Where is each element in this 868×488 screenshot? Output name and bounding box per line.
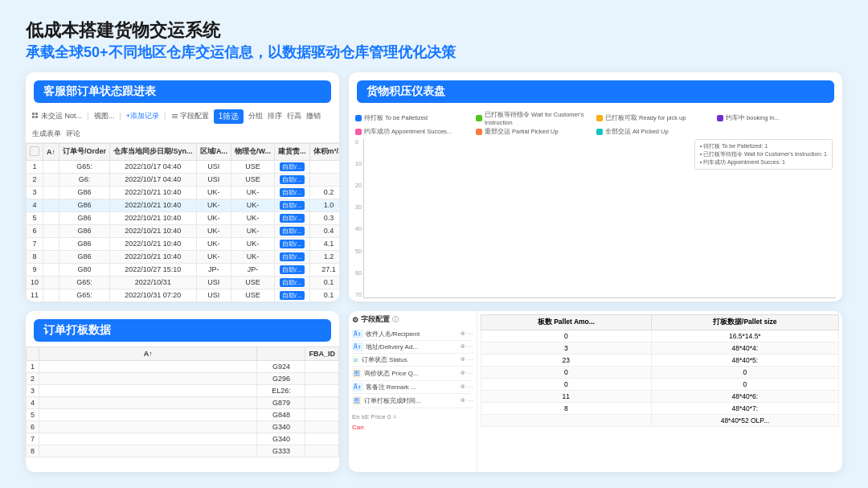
cell-warehouse: UK- <box>231 186 275 199</box>
cell-vol: 0.1 <box>309 289 339 301</box>
ob-no: 2 <box>27 373 39 385</box>
more-icon[interactable]: ··· <box>468 343 473 351</box>
generate-form-btn[interactable]: 生成表单 <box>32 129 61 139</box>
field-type-icon: ☑ <box>352 355 359 364</box>
order-board-row: 1 G924 <box>27 361 339 373</box>
more-icon[interactable]: ··· <box>468 370 473 377</box>
ob-check <box>39 445 257 457</box>
eye-icon[interactable]: 👁 <box>460 356 466 363</box>
field-actions: 👁 ··· <box>460 343 473 351</box>
eye-icon[interactable]: 👁 <box>460 383 466 391</box>
field-type-icon: 图 <box>352 396 362 406</box>
cell-warehouse: USE <box>231 173 275 186</box>
eye-icon[interactable]: 👁 <box>460 397 466 404</box>
undo-btn[interactable]: 撤销 <box>306 111 321 121</box>
ob-fba <box>305 409 339 421</box>
ob-no: 4 <box>27 397 39 409</box>
ob-no: 6 <box>27 421 39 433</box>
more-icon[interactable]: ··· <box>468 356 473 363</box>
eye-icon[interactable]: 👁 <box>460 343 466 351</box>
cell-no: 5 <box>27 211 43 224</box>
cell-no: 7 <box>27 237 43 250</box>
col-tag: 建货责... <box>275 143 310 160</box>
svg-rect-2 <box>32 116 35 118</box>
customer-toolbar: 未交运 Not... | 视图... | +添加记录 | 字段配置 1筛选 分组… <box>26 108 339 143</box>
cell-region: USI <box>196 173 231 186</box>
cell-warehouse: UK- <box>231 250 275 263</box>
field-name: 地址/Delivery Ad... <box>366 342 458 351</box>
sort-btn[interactable]: 排序 <box>268 111 282 121</box>
y-label: 40 <box>355 226 362 232</box>
ob-check <box>39 373 257 385</box>
field-name: 收件人名/Recipient <box>366 330 458 338</box>
cell-no: 8 <box>27 250 43 263</box>
row-height-btn[interactable]: 行高 <box>287 111 301 121</box>
comment-btn[interactable]: 评论 <box>66 129 80 139</box>
cell-warehouse: UK- <box>231 224 275 237</box>
order-board-table: A↑ FBA_ID 1 G924 2 G296 3 EL26: 4 G879 <box>26 347 339 457</box>
group-btn[interactable]: 分组 <box>248 111 263 121</box>
more-icon[interactable]: ··· <box>468 383 473 391</box>
pallet-amount <box>481 415 652 427</box>
cell-tag: 自助/... <box>275 250 310 263</box>
col-region: 区域/A... <box>196 143 231 160</box>
cell-check <box>43 173 59 186</box>
can-label: Can <box>352 424 473 431</box>
svg-rect-1 <box>35 113 38 115</box>
more-icon[interactable]: ··· <box>468 330 473 338</box>
pallet-size: 48*40*52 OLP... <box>651 415 838 427</box>
config-icon <box>171 113 178 120</box>
title-main: 低成本搭建货物交运系统 <box>26 19 842 43</box>
pallet-amount: 0 <box>481 367 652 379</box>
field-config-icon: ⚙ <box>352 316 358 324</box>
cell-region: UK- <box>196 237 231 250</box>
field-item: A↑ 客备注 Remark ... 👁 ··· <box>352 381 473 394</box>
legend-dot <box>476 129 482 135</box>
ob-fba <box>305 397 339 409</box>
customer-table-wrapper[interactable]: A↑ 订单号/Order 仓库当地同步日期/Syn... 区域/A... 物理仓… <box>26 143 339 301</box>
field-name: 客备注 Remark ... <box>366 383 458 392</box>
cell-vol <box>309 160 339 173</box>
cell-warehouse: USE <box>231 276 275 289</box>
order-board-row: 6 G340 <box>27 421 339 433</box>
legend-dot <box>355 115 362 121</box>
panels-container: 客服部订单状态跟进表 未交运 Not... | 视图... | +添加记录 | … <box>26 72 842 472</box>
y-label: 60 <box>355 270 362 276</box>
ob-fba <box>305 421 339 433</box>
table-icon <box>32 113 39 120</box>
cell-no: 10 <box>27 276 43 289</box>
legend-item: 约车成功 Appointment Succes... <box>355 128 474 136</box>
ob-fba <box>305 373 339 385</box>
pallet-amount: 11 <box>481 391 652 403</box>
y-label: 30 <box>355 204 362 210</box>
ob-no: 8 <box>27 445 39 457</box>
field-item: 图 订单打板完成时间... 👁 ··· <box>352 394 473 408</box>
title-section: 低成本搭建货物交运系统 承载全球50+不同地区仓库交运信息，以数据驱动仓库管理优… <box>26 19 842 63</box>
order-board-row: 4 G879 <box>27 397 339 409</box>
field-config-btn[interactable]: 字段配置 <box>171 111 209 121</box>
pallet-amount: 3 <box>481 342 652 355</box>
pallet-row: 8 48*40*7: <box>481 403 839 415</box>
order-board-wrapper[interactable]: A↑ FBA_ID 1 G924 2 G296 3 EL26: 4 G879 <box>26 347 339 472</box>
cell-date: 2022/10/31 <box>110 276 197 289</box>
cell-vol: 1.2 <box>309 250 339 263</box>
cell-tag: 自助/... <box>275 173 310 186</box>
add-record-btn[interactable]: +添加记录 <box>126 111 159 121</box>
cell-region: UK- <box>196 186 231 199</box>
more-icon[interactable]: ··· <box>468 397 473 404</box>
ob-order: G340 <box>257 433 305 445</box>
eye-icon[interactable]: 👁 <box>460 370 466 377</box>
cell-date: 2022/10/27 15:10 <box>110 263 197 276</box>
customer-row: 1 G65: 2022/10/17 04:40 USI USE 自助/... 取… <box>27 160 340 173</box>
toolbar-view[interactable]: 未交运 Not... <box>32 111 82 121</box>
legend-item: 全部交运 All Picked Up <box>596 128 715 136</box>
cell-region: UK- <box>196 211 231 224</box>
pallet-size: 0 <box>651 379 838 391</box>
cell-check <box>43 160 59 173</box>
divider2: | <box>119 112 121 121</box>
eye-icon[interactable]: 👁 <box>460 330 466 338</box>
toolbar-view-btn[interactable]: 视图... <box>94 111 115 121</box>
cell-check <box>43 263 59 276</box>
cell-no: 9 <box>27 263 43 276</box>
filter-btn[interactable]: 1筛选 <box>214 109 244 124</box>
